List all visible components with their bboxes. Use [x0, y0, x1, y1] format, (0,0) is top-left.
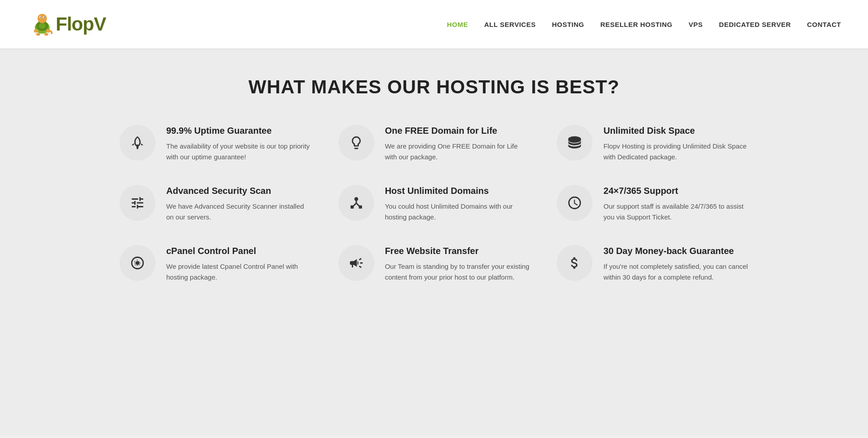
feature-security: Advanced Security Scan We have Advanced …	[120, 185, 311, 223]
feature-support: 24×7/365 Support Our support staff is av…	[557, 185, 748, 223]
feature-domain-desc: We are providing One FREE Domain for Lif…	[385, 141, 530, 162]
feature-unlimited-domains-title: Host Unlimited Domains	[385, 185, 530, 197]
nav-home[interactable]: HOME	[447, 21, 468, 28]
svg-point-3	[38, 14, 47, 23]
domain-icon-circle	[338, 125, 374, 161]
rocket-icon	[130, 135, 145, 150]
feature-uptime-desc: The availability of your website is our …	[166, 141, 311, 162]
moneyback-icon-circle	[557, 245, 593, 281]
feature-uptime-title: 99.9% Uptime Guarantee	[166, 125, 311, 136]
nav-hosting[interactable]: HOSTING	[552, 21, 584, 28]
nav-all-services[interactable]: ALL SERVICES	[484, 21, 536, 28]
nav-reseller-hosting[interactable]: RESELLER HOSTING	[600, 21, 673, 28]
nav-vps[interactable]: VPS	[689, 21, 703, 28]
cpanel-icon-circle	[120, 245, 155, 281]
feature-domain-text: One FREE Domain for Life We are providin…	[385, 125, 530, 162]
megaphone-icon	[349, 255, 364, 271]
security-icon-circle	[120, 185, 155, 221]
svg-point-7	[44, 17, 44, 18]
feature-moneyback-text: 30 Day Money-back Guarantee If you're no…	[603, 245, 748, 283]
main-content: WHAT MAKES OUR HOSTING IS BEST? 99.9% Up…	[0, 49, 868, 435]
feature-security-desc: We have Advanced Security Scanner instal…	[166, 201, 311, 223]
header: FlopV HOME ALL SERVICES HOSTING RESELLER…	[0, 0, 868, 49]
svg-point-11	[44, 33, 49, 36]
feature-uptime: 99.9% Uptime Guarantee The availability …	[120, 125, 311, 162]
clock-icon	[567, 195, 582, 210]
feature-transfer-text: Free Website Transfer Our Team is standi…	[385, 245, 530, 283]
feature-moneyback-title: 30 Day Money-back Guarantee	[603, 245, 748, 257]
feature-unlimited-domains-desc: You could host Unlimited Domains with ou…	[385, 201, 530, 223]
network-icon	[349, 195, 364, 210]
feature-support-desc: Our support staff is available 24/7/365 …	[603, 201, 748, 223]
feature-cpanel-desc: We provide latest Cpanel Control Panel w…	[166, 261, 311, 283]
feature-security-title: Advanced Security Scan	[166, 185, 311, 197]
feature-uptime-text: 99.9% Uptime Guarantee The availability …	[166, 125, 311, 162]
feature-disk: Unlimited Disk Space Flopv Hosting is pr…	[557, 125, 748, 162]
feature-disk-text: Unlimited Disk Space Flopv Hosting is pr…	[603, 125, 748, 162]
svg-point-8	[34, 29, 39, 33]
feature-cpanel: cPanel Control Panel We provide latest C…	[120, 245, 311, 283]
logo-area: FlopV	[27, 9, 106, 40]
support-icon-circle	[557, 185, 593, 221]
feature-support-text: 24×7/365 Support Our support staff is av…	[603, 185, 748, 223]
cpanel-icon	[130, 255, 145, 271]
feature-domain: One FREE Domain for Life We are providin…	[338, 125, 530, 162]
feature-support-title: 24×7/365 Support	[603, 185, 748, 197]
feature-security-text: Advanced Security Scan We have Advanced …	[166, 185, 311, 223]
feature-domain-title: One FREE Domain for Life	[385, 125, 530, 136]
unlimited-domains-icon-circle	[338, 185, 374, 221]
dollar-icon	[567, 255, 582, 271]
svg-point-10	[36, 33, 40, 36]
feature-disk-desc: Flopv Hosting is providing Unlimited Dis…	[603, 141, 748, 162]
feature-unlimited-domains-text: Host Unlimited Domains You could host Un…	[385, 185, 530, 223]
feature-transfer-title: Free Website Transfer	[385, 245, 530, 257]
logo-text: FlopV	[56, 15, 106, 34]
feature-transfer-desc: Our Team is standing by to transfer your…	[385, 261, 530, 283]
feature-moneyback-desc: If you're not completely satisfied, you …	[603, 261, 748, 283]
feature-cpanel-title: cPanel Control Panel	[166, 245, 311, 257]
nav-dedicated-server[interactable]: DEDICATED SERVER	[719, 21, 791, 28]
logo-icon	[29, 9, 56, 40]
svg-point-2	[39, 23, 46, 29]
feature-cpanel-text: cPanel Control Panel We provide latest C…	[166, 245, 311, 283]
database-icon	[567, 135, 582, 150]
main-nav: HOME ALL SERVICES HOSTING RESELLER HOSTI…	[447, 21, 841, 28]
disk-icon-circle	[557, 125, 593, 161]
transfer-icon-circle	[338, 245, 374, 281]
svg-point-12	[136, 261, 140, 265]
svg-point-6	[40, 17, 41, 18]
features-grid: 99.9% Uptime Guarantee The availability …	[120, 125, 748, 283]
feature-disk-title: Unlimited Disk Space	[603, 125, 748, 136]
sliders-icon	[130, 195, 145, 210]
lightbulb-icon	[349, 135, 364, 150]
feature-transfer: Free Website Transfer Our Team is standi…	[338, 245, 530, 283]
nav-contact[interactable]: CONTACT	[807, 21, 841, 28]
feature-moneyback: 30 Day Money-back Guarantee If you're no…	[557, 245, 748, 283]
feature-unlimited-domains: Host Unlimited Domains You could host Un…	[338, 185, 530, 223]
uptime-icon-circle	[120, 125, 155, 161]
section-title: WHAT MAKES OUR HOSTING IS BEST?	[36, 76, 832, 98]
